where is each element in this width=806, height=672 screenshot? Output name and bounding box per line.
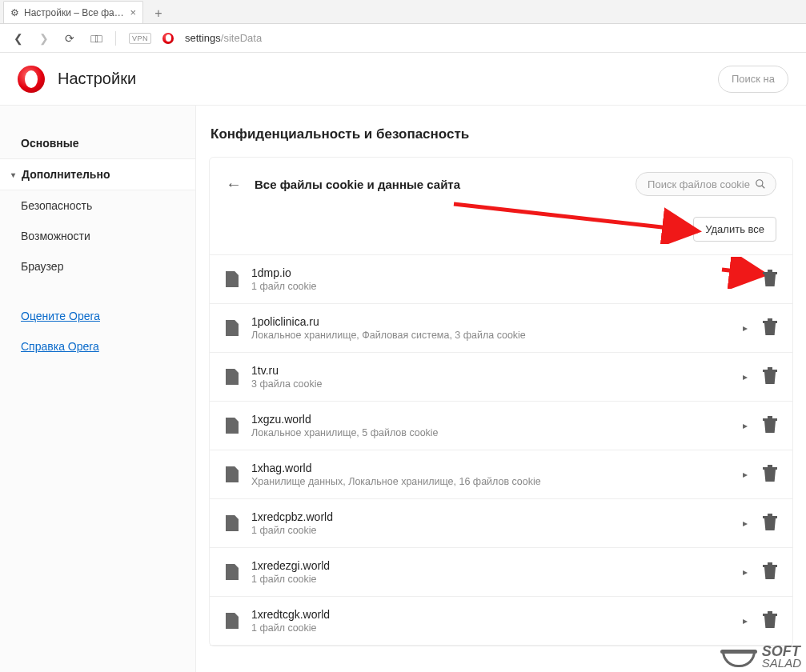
site-text: 1xredtcgk.world1 файл cookie <box>251 608 730 634</box>
watermark-line2: SALAD <box>762 658 801 669</box>
cookie-search[interactable]: Поиск файлов cookie <box>636 172 776 196</box>
chevron-right-icon[interactable]: ▸ <box>743 566 748 578</box>
site-name: 1policlinica.ru <box>251 315 730 328</box>
site-text: 1xhag.worldХранилище данных, Локальное х… <box>251 462 730 487</box>
site-list: 1dmp.io1 файл cookie1policlinica.ruЛокал… <box>210 254 792 646</box>
site-meta: 1 файл cookie <box>251 574 730 585</box>
trash-icon[interactable] <box>764 418 776 433</box>
sidebar-item-label: Безопасность <box>21 199 92 212</box>
chevron-right-icon[interactable]: ▸ <box>743 371 748 382</box>
site-meta: 3 файла cookie <box>251 378 730 390</box>
file-icon <box>226 418 239 434</box>
page-title: Настройки <box>58 70 136 88</box>
sidebar-item-1[interactable]: ▾Дополнительно <box>0 158 195 190</box>
site-name: 1xredezgi.world <box>251 559 730 572</box>
site-row[interactable]: 1xhag.worldХранилище данных, Локальное х… <box>210 450 792 499</box>
site-meta: 1 файл cookie <box>251 281 751 292</box>
trash-icon[interactable] <box>764 565 776 579</box>
separator <box>115 31 116 46</box>
site-meta: Хранилище данных, Локальное хранилище, 1… <box>251 476 730 487</box>
chevron-right-icon[interactable]: ▸ <box>743 420 748 431</box>
site-text: 1policlinica.ruЛокальное хранилище, Файл… <box>251 315 730 341</box>
tabstrip: ⚙ Настройки – Все файлы c × + <box>0 0 806 24</box>
site-name: 1xhag.world <box>251 462 730 474</box>
sidebar-link-label: Справка Opera <box>21 340 99 353</box>
vpn-badge[interactable]: VPN <box>129 33 151 44</box>
site-name: 1xredtcgk.world <box>251 608 730 621</box>
settings-header: Настройки Поиск на <box>0 53 806 106</box>
trash-icon[interactable] <box>764 614 776 628</box>
site-row[interactable]: 1xgzu.worldЛокальное хранилище, 5 файлов… <box>210 402 792 450</box>
sidebar: Основные▾ДополнительноБезопасностьВозмож… <box>0 106 196 672</box>
site-meta: Локальное хранилище, Файловая система, 3… <box>251 330 730 341</box>
sidebar-item-0[interactable]: Основные <box>0 128 195 158</box>
site-text: 1xredcpbz.world1 файл cookie <box>251 510 730 536</box>
site-meta: 1 файл cookie <box>251 525 730 536</box>
file-icon <box>226 320 239 336</box>
sidebar-item-4[interactable]: Браузер <box>0 251 195 282</box>
svg-line-1 <box>762 186 765 189</box>
cookie-search-placeholder: Поиск файлов cookie <box>648 178 750 190</box>
file-icon <box>226 613 239 629</box>
site-name: 1xredcpbz.world <box>251 510 730 523</box>
chevron-right-icon[interactable]: ▸ <box>743 322 748 334</box>
sidebar-link-1[interactable]: Справка Opera <box>0 331 195 362</box>
chevron-right-icon[interactable]: ▸ <box>743 615 748 626</box>
site-row[interactable]: 1xredcpbz.world1 файл cookie▸ <box>210 499 792 548</box>
site-text: 1xgzu.worldЛокальное хранилище, 5 файлов… <box>251 413 730 438</box>
reload-icon[interactable]: ⟳ <box>62 32 77 45</box>
bowl-icon <box>720 645 757 669</box>
main-layout: Основные▾ДополнительноБезопасностьВозмож… <box>0 106 806 672</box>
file-icon <box>226 369 239 385</box>
address-bar[interactable]: settings/siteData <box>185 32 262 44</box>
delete-all-button[interactable]: Удалить все <box>693 217 776 242</box>
trash-icon[interactable] <box>764 321 776 335</box>
content: Конфиденциальность и безопасность ← Все … <box>196 106 806 672</box>
site-row[interactable]: 1tv.ru3 файла cookie▸ <box>210 353 792 402</box>
site-data-card: ← Все файлы cookie и данные сайта Поиск … <box>209 157 793 646</box>
browser-tab-active[interactable]: ⚙ Настройки – Все файлы c × <box>3 1 143 23</box>
sidebar-item-label: Дополнительно <box>22 168 110 181</box>
action-row: Удалить все <box>210 210 792 254</box>
sidebar-link-0[interactable]: Оцените Opera <box>0 301 195 331</box>
trash-icon[interactable] <box>764 516 776 530</box>
settings-search-placeholder: Поиск на <box>732 73 775 85</box>
site-name: 1tv.ru <box>251 364 730 377</box>
site-row[interactable]: 1xredtcgk.world1 файл cookie▸ <box>210 597 792 646</box>
file-icon <box>226 271 239 287</box>
chevron-down-icon: ▾ <box>11 170 15 179</box>
site-row[interactable]: 1policlinica.ruЛокальное хранилище, Файл… <box>210 304 792 353</box>
watermark: SOFT SALAD <box>720 645 801 669</box>
chevron-right-icon[interactable]: ▸ <box>743 518 748 529</box>
site-row[interactable]: 1xredezgi.world1 файл cookie▸ <box>210 548 792 597</box>
back-arrow-icon[interactable]: ← <box>226 175 242 194</box>
site-text: 1xredezgi.world1 файл cookie <box>251 559 730 585</box>
site-text: 1dmp.io1 файл cookie <box>251 266 751 292</box>
site-meta: Локальное хранилище, 5 файлов cookie <box>251 427 730 438</box>
settings-search[interactable]: Поиск на <box>718 66 788 93</box>
sidebar-item-3[interactable]: Возможности <box>0 221 195 251</box>
close-tab-icon[interactable]: × <box>130 6 136 18</box>
sidebar-item-label: Возможности <box>21 230 90 242</box>
trash-icon[interactable] <box>764 370 776 384</box>
sidebar-link-label: Оцените Opera <box>21 310 100 322</box>
sidebar-item-label: Основные <box>21 137 79 150</box>
site-meta: 1 файл cookie <box>251 622 730 634</box>
opera-icon <box>162 33 174 44</box>
site-row[interactable]: 1dmp.io1 файл cookie <box>210 255 792 304</box>
forward-icon[interactable]: ❯ <box>37 32 51 45</box>
site-name: 1xgzu.world <box>251 413 730 426</box>
chevron-right-icon[interactable]: ▸ <box>743 469 748 480</box>
site-name: 1dmp.io <box>251 266 751 279</box>
tab-title: Настройки – Все файлы c <box>24 7 125 18</box>
speed-dial-icon[interactable]: □□ <box>88 32 102 45</box>
trash-icon[interactable] <box>764 272 776 286</box>
sidebar-item-label: Браузер <box>21 260 63 273</box>
sidebar-item-2[interactable]: Безопасность <box>0 190 195 221</box>
trash-icon[interactable] <box>764 467 776 482</box>
file-icon <box>226 466 239 482</box>
back-icon[interactable]: ❮ <box>11 32 26 45</box>
gear-icon: ⚙ <box>10 7 19 18</box>
new-tab-button[interactable]: + <box>148 4 169 23</box>
file-icon <box>226 515 239 531</box>
